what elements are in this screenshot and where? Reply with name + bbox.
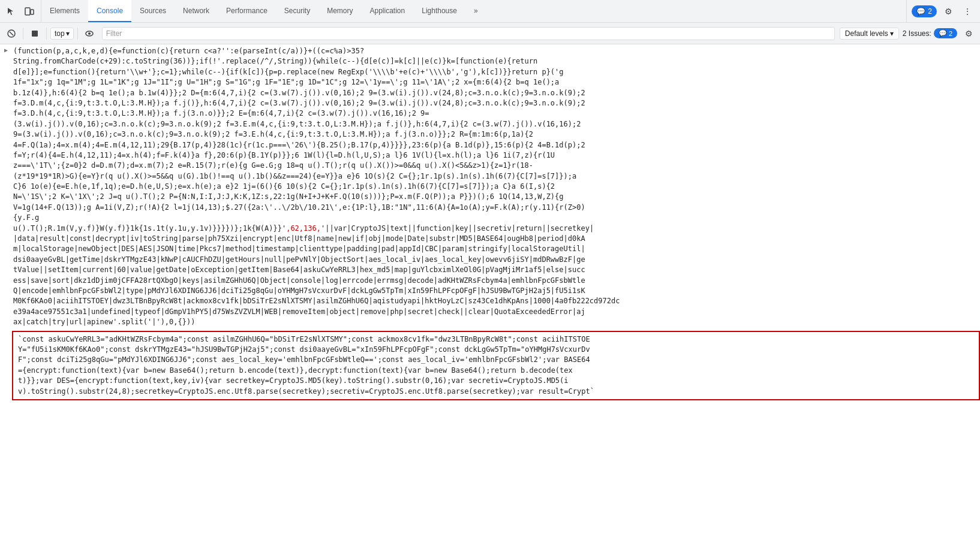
settings-btn[interactable]: ⚙ <box>940 4 956 19</box>
tab-security[interactable]: Security <box>276 0 318 22</box>
filter-input[interactable] <box>102 27 835 40</box>
chat-icon: 💬 <box>916 7 925 16</box>
devtools-icons <box>0 0 41 22</box>
tab-network[interactable]: Network <box>175 0 218 22</box>
cursor-icon <box>7 7 16 16</box>
toolbar-right: Default levels ▾ 2 Issues: 💬 2 ⚙ <box>840 26 976 41</box>
gear-icon: ⚙ <box>945 7 952 16</box>
eye-btn[interactable] <box>82 26 97 41</box>
cursor-icon-btn[interactable] <box>4 4 19 19</box>
console-output[interactable]: (function(p,a,c,k,e,d){e=function(c){ret… <box>12 44 980 546</box>
stop-btn[interactable] <box>27 26 43 41</box>
tab-more[interactable]: » <box>465 0 486 22</box>
context-label: top <box>55 29 65 38</box>
svg-point-6 <box>88 32 91 35</box>
tab-performance[interactable]: Performance <box>218 0 276 22</box>
highlighted-text: `const askuCwYeRRL3="adKHtWZRsFcbym4a";c… <box>18 335 594 396</box>
tab-console[interactable]: Console <box>88 0 131 22</box>
more-icon: ⋮ <box>963 7 972 16</box>
console-area: ▶ (function(p,a,c,k,e,d){e=function(c){r… <box>0 44 980 546</box>
toolbar-divider-3 <box>77 28 78 40</box>
tab-application[interactable]: Application <box>362 0 414 22</box>
toolbar-divider-1 <box>23 28 23 40</box>
context-selector[interactable]: top ▾ <box>50 28 74 40</box>
levels-label: Default levels <box>845 29 888 38</box>
console-line-main: (function(p,a,c,k,e,d){e=function(c){ret… <box>12 46 980 328</box>
issues-text: 2 Issues: <box>903 29 931 38</box>
issues-btn[interactable]: 💬 2 <box>934 28 957 38</box>
svg-line-3 <box>10 32 13 35</box>
issues-icon: 💬 <box>939 29 947 37</box>
clear-icon <box>7 29 16 38</box>
console-toolbar: top ▾ Default levels ▾ 2 Issues: 💬 2 ⚙ <box>0 23 980 44</box>
chat-count: 2 <box>928 7 932 16</box>
svg-rect-0 <box>25 8 30 15</box>
tab-elements[interactable]: Elements <box>41 0 88 22</box>
console-settings-btn[interactable]: ⚙ <box>961 26 976 41</box>
console-gear-icon: ⚙ <box>965 29 973 38</box>
context-chevron: ▾ <box>66 29 70 38</box>
more-btn[interactable]: ⋮ <box>960 4 975 19</box>
expand-icon[interactable]: ▶ <box>4 47 8 53</box>
eye-icon <box>85 29 94 38</box>
clear-console-btn[interactable] <box>4 26 19 41</box>
device-icon <box>25 7 34 16</box>
svg-rect-4 <box>32 31 38 37</box>
issues-badge: 2 Issues: 💬 2 <box>903 28 957 38</box>
toolbar-divider-2 <box>46 28 47 40</box>
stop-icon <box>30 29 40 38</box>
expand-col: ▶ <box>0 44 12 546</box>
tabs-container: Elements Console Sources Network Perform… <box>41 0 906 22</box>
device-toggle-btn[interactable] <box>22 4 37 19</box>
console-line-highlighted: `const askuCwYeRRL3="adKHtWZRsFcbym4a";c… <box>12 331 980 400</box>
tab-memory[interactable]: Memory <box>318 0 361 22</box>
issues-count: 2 <box>949 30 952 37</box>
chat-badge-btn[interactable]: 💬 2 <box>912 5 937 17</box>
tab-bar: Elements Console Sources Network Perform… <box>0 0 980 23</box>
svg-rect-1 <box>31 10 34 14</box>
levels-chevron: ▾ <box>890 29 894 38</box>
levels-btn[interactable]: Default levels ▾ <box>840 28 899 40</box>
tab-lighthouse[interactable]: Lighthouse <box>413 0 465 22</box>
tab-sources[interactable]: Sources <box>131 0 175 22</box>
tab-bar-right-icons: 💬 2 ⚙ ⋮ <box>906 0 980 22</box>
